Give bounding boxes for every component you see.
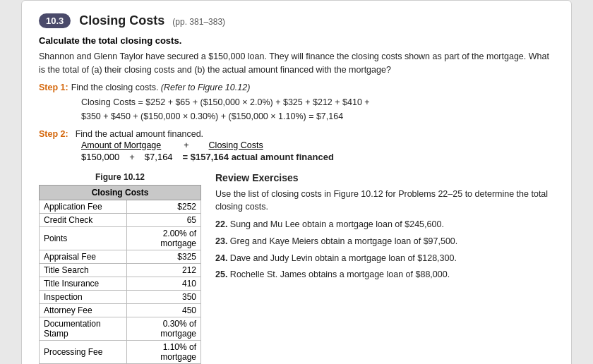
table-header: Closing Costs [40,185,201,200]
amount-equals: = $157,164 actual amount financed [183,152,334,162]
problem-text: Shannon and Glenn Taylor have secured a … [39,50,554,77]
table-cell-value: 350 [127,290,201,303]
step1-line1: Closing Costs = $252 + $65 + ($150,000 ×… [81,95,554,109]
table-row: Inspection350 [40,290,201,303]
amount-labels: Amount of Mortgage + Closing Costs [81,140,554,150]
review-title: Review Exercises [215,172,554,183]
table-cell-label: Processing Fee [40,340,127,363]
step1-line2: $350 + $450 + ($150,000 × 0.30%) + ($150… [81,109,554,123]
table-cell-value: 1.10% of mortgage [127,340,201,363]
table-row: Application Fee$252 [40,200,201,213]
table-cell-value: 0.30% of mortgage [127,317,201,340]
table-row: Documentation Stamp0.30% of mortgage [40,317,201,340]
section-badge: 10.3 [39,13,71,28]
table-cell-value: 65 [127,213,201,226]
step2-header: Step 2: Find the actual amount financed. [39,129,554,139]
review-problem: 25. Rochelle St. James obtains a mortgag… [215,268,554,281]
table-cell-value: $252 [127,200,201,213]
closing-table: Closing Costs Application Fee$252Credit … [39,185,201,364]
table-row: Points2.00% of mortgage [40,226,201,250]
title-ref: (pp. 381–383) [172,17,225,27]
table-cell-label: Title Search [40,263,127,277]
problems-container: 22. Sung and Mu Lee obtain a mortgage lo… [215,218,554,281]
amount-plus: + [129,152,135,162]
amount-val2: $7,164 [145,152,173,162]
table-row: Title Search212 [40,263,201,277]
table-row: Attorney Fee450 [40,303,201,317]
table-cell-value: 450 [127,303,201,317]
table-row: Appraisal Fee$325 [40,250,201,263]
amount-calc-row: $150,000 + $7,164 = $157,164 actual amou… [81,152,554,162]
step2-label: Step 2: [39,129,68,139]
table-cell-label: Documentation Stamp [40,317,127,340]
table-cell-label: Application Fee [40,200,127,213]
table-cell-label: Attorney Fee [40,303,127,317]
table-cell-label: Appraisal Fee [40,250,127,263]
table-cell-label: Points [40,226,127,250]
section-title: Closing Costs (pp. 381–383) [79,13,225,28]
step1-label: Step 1: [39,83,68,92]
amount-label-closing: Closing Costs [209,140,263,150]
step1-desc: Find the closing costs. (Refer to Figure… [71,83,251,92]
review-problem: 23. Greg and Kaye Meiers obtain a mortga… [215,235,554,248]
figure-block: Figure 10.12 Closing Costs Application F… [39,172,201,364]
step1-row: Step 1: Find the closing costs. (Refer t… [39,83,554,92]
step2-desc: Find the actual amount financed. [76,129,203,139]
review-problem: 22. Sung and Mu Lee obtain a mortgage lo… [215,218,554,231]
figure-title: Figure 10.12 [39,172,201,182]
amount-label-mortgage: Amount of Mortgage [81,140,161,150]
table-cell-value: 2.00% of mortgage [127,226,201,250]
amount-val1: $150,000 [81,152,119,162]
table-row: Processing Fee1.10% of mortgage [40,340,201,363]
bottom-section: Figure 10.12 Closing Costs Application F… [39,172,554,364]
table-row: Credit Check65 [40,213,201,226]
table-cell-value: $325 [127,250,201,263]
review-block: Review Exercises Use the list of closing… [215,172,554,364]
table-cell-value: 410 [127,277,201,290]
table-cell-label: Credit Check [40,213,127,226]
page-container: 10.3 Closing Costs (pp. 381–383) Calcula… [21,0,572,364]
problem-title: Calculate the total closing costs. [39,35,554,46]
title-text: Closing Costs [79,13,164,28]
table-cell-label: Title Insurance [40,277,127,290]
review-problem: 24. Dave and Judy Levin obtain a mortgag… [215,252,554,265]
header-row: 10.3 Closing Costs (pp. 381–383) [39,13,554,28]
review-intro: Use the list of closing costs in Figure … [215,188,554,214]
step1-content: Closing Costs = $252 + $65 + ($150,000 ×… [81,95,554,123]
table-cell-value: 212 [127,263,201,277]
table-cell-label: Inspection [40,290,127,303]
table-row: Title Insurance410 [40,277,201,290]
step2-block: Step 2: Find the actual amount financed.… [39,129,554,162]
